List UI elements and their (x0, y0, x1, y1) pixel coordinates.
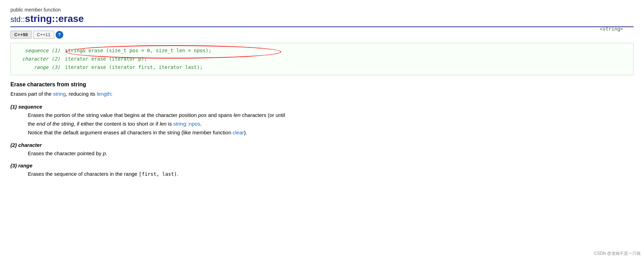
tab-cpp11[interactable]: C++11 (33, 31, 54, 39)
syntax-row-1: sequence (1) string& erase (size_t pos =… (16, 47, 628, 55)
section-main-desc: Erases part of the string, reducing its … (10, 90, 634, 98)
help-icon[interactable]: ? (56, 31, 63, 39)
syntax-label-2: character (2) (16, 55, 65, 63)
subsection-3: (3) range Erases the sequence of charact… (10, 163, 634, 179)
link-string[interactable]: string (53, 91, 66, 97)
subsection-1-title: (1) sequence (10, 104, 634, 110)
subsection-1: (1) sequence Erases the portion of the s… (10, 104, 634, 137)
syntax-code-3: iterator erase (iterator first, iterator… (65, 63, 203, 72)
page-title: std::string::erase (10, 13, 84, 24)
subsection-1-body: Erases the portion of the string value t… (28, 111, 634, 137)
subsection-2: (2) character Erases the character point… (10, 142, 634, 158)
syntax-row-3: range (3) iterator erase (iterator first… (16, 63, 628, 72)
subsection-2-title: (2) character (10, 142, 634, 148)
section-main-title: Erase characters from string (10, 81, 634, 88)
tab-cpp98[interactable]: C++98 (10, 31, 32, 39)
syntax-box: sequence (1) string& erase (size_t pos =… (10, 43, 634, 75)
syntax-row-2: character (2) iterator erase (iterator p… (16, 55, 628, 63)
link-clear[interactable]: clear (233, 129, 244, 135)
syntax-code-2: iterator erase (iterator p); (65, 55, 147, 63)
link-npos[interactable]: string::npos (173, 121, 201, 127)
public-member-label: public member function (10, 7, 634, 13)
subsection-2-body: Erases the character pointed by p. (28, 149, 634, 158)
link-length[interactable]: length (97, 91, 111, 97)
subsection-3-title: (3) range (10, 163, 634, 168)
subsection-3-body: Erases the sequence of characters in the… (28, 170, 634, 179)
header-right-label: <string> (600, 26, 623, 32)
syntax-code-1: string& erase (size_t pos = 0, size_t le… (65, 47, 211, 55)
syntax-label-3: range (3) (16, 63, 65, 72)
syntax-label-1: sequence (1) (16, 47, 65, 55)
